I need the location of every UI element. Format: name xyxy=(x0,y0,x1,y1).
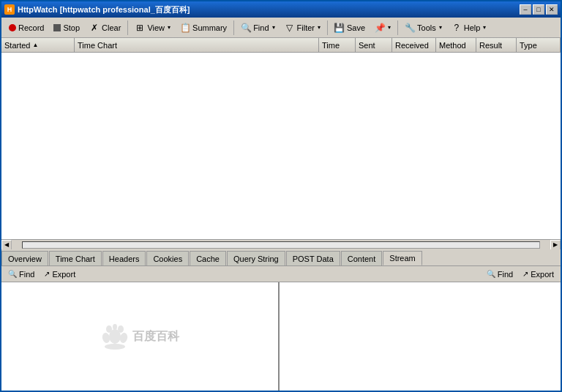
svg-point-0 xyxy=(105,344,125,350)
tools-button[interactable]: 🔧 Tools ▾ xyxy=(400,20,446,36)
tab-stream[interactable]: Stream xyxy=(383,251,422,265)
minimize-button[interactable]: – xyxy=(520,4,531,15)
help-dropdown-arrow: ▾ xyxy=(483,24,486,31)
tools-dropdown-arrow: ▾ xyxy=(439,24,442,31)
col-header-received[interactable]: Received xyxy=(392,38,436,52)
find-left-button[interactable]: 🔍 Find xyxy=(4,268,38,280)
main-content: Started ▲ Time Chart Time Sent Received … xyxy=(1,38,561,391)
pin-button[interactable]: 📌 ▾ xyxy=(370,20,395,36)
summary-button[interactable]: 📋 Summary xyxy=(176,20,231,36)
baidu-logo: 百度百科 xyxy=(100,323,179,350)
table-header: Started ▲ Time Chart Time Sent Received … xyxy=(1,38,561,53)
filter-icon: ▽ xyxy=(285,23,295,33)
bottom-panels: 百度百科 xyxy=(1,282,561,391)
find-group-right: 🔍 Find ↗ Export xyxy=(483,268,558,280)
tab-overview[interactable]: Overview xyxy=(1,251,48,265)
scroll-track[interactable] xyxy=(22,241,540,249)
window-title: HttpWatch [httpwatch professional_百度百科] xyxy=(18,4,190,15)
toolbar: Record Stop ✗ Clear ⊞ View ▾ 📋 Summary 🔍… xyxy=(1,18,561,38)
col-header-sent[interactable]: Sent xyxy=(356,38,392,52)
horizontal-scrollbar[interactable]: ◀ ▶ xyxy=(1,239,561,249)
separator-4 xyxy=(397,20,398,35)
svg-point-5 xyxy=(118,325,124,333)
export-right-icon: ↗ xyxy=(522,270,528,278)
svg-point-6 xyxy=(113,324,117,330)
baidu-text: 百度百科 xyxy=(132,329,179,344)
tab-headers[interactable]: Headers xyxy=(102,251,146,265)
find-icon: 🔍 xyxy=(241,23,251,33)
find-button[interactable]: 🔍 Find ▾ xyxy=(236,20,279,36)
clear-button[interactable]: ✗ Clear xyxy=(85,20,125,36)
tab-cache[interactable]: Cache xyxy=(190,251,226,265)
view-dropdown-arrow: ▾ xyxy=(168,24,171,31)
summary-icon: 📋 xyxy=(180,23,190,33)
sort-arrow-started: ▲ xyxy=(32,42,38,48)
col-header-type[interactable]: Type xyxy=(517,38,561,52)
find-right-button[interactable]: 🔍 Find xyxy=(483,268,517,280)
view-button[interactable]: ⊞ View ▾ xyxy=(130,20,175,36)
col-header-result[interactable]: Result xyxy=(476,38,517,52)
filter-dropdown-arrow: ▾ xyxy=(318,24,321,31)
stop-button[interactable]: Stop xyxy=(49,20,84,36)
table-body[interactable] xyxy=(1,53,561,239)
tab-content[interactable]: Content xyxy=(341,251,383,265)
title-bar-left: H HttpWatch [httpwatch professional_百度百科… xyxy=(4,4,190,15)
svg-point-4 xyxy=(106,325,112,333)
pin-icon: 📌 xyxy=(375,23,385,33)
tab-postdata[interactable]: POST Data xyxy=(286,251,340,265)
pin-dropdown-arrow: ▾ xyxy=(388,24,391,31)
stop-icon xyxy=(53,24,61,31)
scroll-right-button[interactable]: ▶ xyxy=(550,240,561,250)
view-icon: ⊞ xyxy=(135,23,145,33)
find-dropdown-arrow: ▾ xyxy=(272,24,275,31)
save-icon: 💾 xyxy=(334,23,345,33)
app-icon: H xyxy=(4,4,15,15)
tools-icon: 🔧 xyxy=(405,23,415,33)
find-bar: 🔍 Find ↗ Export 🔍 Find ↗ Export xyxy=(1,266,561,282)
col-header-method[interactable]: Method xyxy=(436,38,476,52)
tab-timechart[interactable]: Time Chart xyxy=(49,251,102,265)
find-left-icon: 🔍 xyxy=(8,270,17,278)
window-controls: – □ ✕ xyxy=(520,4,558,15)
find-group-left: 🔍 Find ↗ Export xyxy=(4,268,79,280)
tabs-bar: Overview Time Chart Headers Cookies Cach… xyxy=(1,249,561,266)
find-right-icon: 🔍 xyxy=(487,270,495,278)
baidu-watermark: 百度百科 xyxy=(100,323,179,350)
export-left-button[interactable]: ↗ Export xyxy=(40,268,79,280)
clear-icon: ✗ xyxy=(89,23,100,33)
col-header-started[interactable]: Started ▲ xyxy=(1,38,75,52)
separator-1 xyxy=(127,20,128,35)
record-icon xyxy=(9,24,16,31)
separator-3 xyxy=(327,20,328,35)
tab-cookies[interactable]: Cookies xyxy=(146,251,189,265)
bottom-right-panel xyxy=(280,282,561,391)
bottom-left-panel: 百度百科 xyxy=(1,282,280,391)
close-button[interactable]: ✕ xyxy=(546,4,558,15)
export-left-icon: ↗ xyxy=(44,270,50,278)
export-right-button[interactable]: ↗ Export xyxy=(519,268,558,280)
scroll-left-button[interactable]: ◀ xyxy=(1,240,12,250)
restore-button[interactable]: □ xyxy=(533,4,544,15)
separator-2 xyxy=(233,20,234,35)
tab-querystring[interactable]: Query String xyxy=(227,251,285,265)
title-bar: H HttpWatch [httpwatch professional_百度百科… xyxy=(1,1,561,18)
col-header-timechart[interactable]: Time Chart xyxy=(75,38,319,52)
record-button[interactable]: Record xyxy=(4,20,48,36)
filter-button[interactable]: ▽ Filter ▾ xyxy=(280,20,325,36)
baidu-paw-icon xyxy=(100,323,130,350)
col-header-time[interactable]: Time xyxy=(319,38,356,52)
save-button[interactable]: 💾 Save xyxy=(330,20,370,36)
main-window: H HttpWatch [httpwatch professional_百度百科… xyxy=(0,0,562,392)
help-icon: ? xyxy=(452,23,462,33)
help-button[interactable]: ? Help ▾ xyxy=(447,20,491,36)
